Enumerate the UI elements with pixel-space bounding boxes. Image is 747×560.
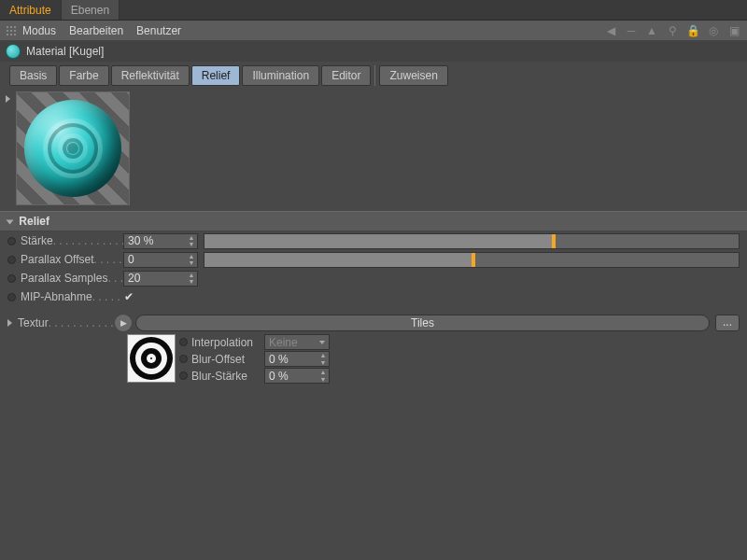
- label-parallax-offset: Parallax Offset: [21, 253, 123, 266]
- anim-dot[interactable]: [7, 256, 16, 264]
- ctab-reflekt[interactable]: Reflektivität: [111, 65, 190, 86]
- slider-staerke[interactable]: [204, 233, 740, 249]
- input-blur-offset[interactable]: 0 % ▲▼: [264, 351, 330, 367]
- disclosure-right-icon[interactable]: [7, 319, 12, 327]
- grip-icon[interactable]: [6, 25, 17, 36]
- history-prev-icon[interactable]: ◀: [603, 23, 618, 38]
- label-mip-abnahme: MIP-Abnahme: [21, 290, 123, 303]
- spinner-icon[interactable]: ▲▼: [186, 253, 197, 267]
- spinner-icon[interactable]: ▲▼: [186, 234, 197, 248]
- anim-dot[interactable]: [7, 293, 16, 301]
- channel-tabs: Basis Farbe Reflektivität Relief Illumin…: [0, 62, 747, 90]
- label-blur-offset: Blur-Offset: [191, 353, 264, 366]
- ctab-basis[interactable]: Basis: [9, 65, 57, 86]
- anim-dot[interactable]: [179, 355, 188, 363]
- texture-swatch[interactable]: [127, 334, 176, 383]
- menu-bar: Modus Bearbeiten Benutzer ◀ ─ ▲ ⚲ 🔒 ◎ ▣: [0, 21, 747, 41]
- target-icon[interactable]: ◎: [706, 23, 721, 38]
- input-parallax-samples[interactable]: 20 ▲▼: [123, 271, 198, 287]
- value-parallax-samples: 20: [128, 272, 140, 285]
- value-staerke: 30 %: [128, 234, 153, 247]
- disclosure-down-icon: [7, 219, 14, 224]
- label-textur: Textur: [18, 316, 115, 329]
- label-staerke: Stärke: [21, 234, 123, 247]
- history-up-icon[interactable]: ▲: [644, 23, 659, 38]
- material-preview[interactable]: [16, 91, 130, 205]
- menu-benutzer[interactable]: Benutzer: [136, 24, 181, 37]
- spinner-icon[interactable]: ▲▼: [317, 369, 329, 383]
- lock-icon[interactable]: 🔒: [685, 23, 700, 38]
- preview-disclosure-icon[interactable]: [6, 95, 10, 103]
- tab-ebenen[interactable]: Ebenen: [62, 0, 120, 20]
- label-interpolation: Interpolation: [191, 336, 264, 349]
- ctab-farbe[interactable]: Farbe: [59, 65, 108, 86]
- value-interpolation: Keine: [269, 336, 298, 349]
- top-tab-strip: Attribute Ebenen: [0, 0, 747, 21]
- param-textur: Textur ▶ Tiles ...: [0, 314, 747, 332]
- param-mip-abnahme: MIP-Abnahme ✔: [0, 287, 747, 306]
- texture-subpanel: Interpolation Keine Blur-Offset 0 % ▲▼ B…: [120, 332, 747, 387]
- shader-popup-button[interactable]: ▶: [115, 315, 132, 331]
- spinner-icon[interactable]: ▲▼: [317, 352, 329, 366]
- menu-modus[interactable]: Modus: [22, 24, 56, 37]
- ctab-zuweisen[interactable]: Zuweisen: [379, 65, 447, 86]
- value-parallax-offset: 0: [128, 253, 134, 266]
- input-staerke[interactable]: 30 % ▲▼: [123, 233, 198, 249]
- anim-dot[interactable]: [179, 371, 188, 380]
- value-blur-offset: 0 %: [269, 353, 289, 366]
- checkbox-mip-abnahme[interactable]: ✔: [123, 291, 134, 302]
- input-parallax-offset[interactable]: 0 ▲▼: [123, 252, 198, 268]
- value-blur-staerke: 0 %: [269, 370, 289, 383]
- label-blur-staerke: Blur-Stärke: [191, 370, 264, 383]
- tab-divider: [374, 65, 375, 86]
- slider-parallax-offset[interactable]: [204, 252, 740, 268]
- anim-dot[interactable]: [7, 237, 16, 245]
- object-header: Material [Kugel]: [0, 41, 747, 62]
- anim-dot[interactable]: [179, 338, 188, 346]
- label-parallax-samples: Parallax Samples: [21, 272, 123, 285]
- section-relief-label: Relief: [19, 215, 49, 228]
- ctab-editor[interactable]: Editor: [321, 65, 371, 86]
- shader-name-field[interactable]: Tiles: [135, 315, 710, 331]
- history-divider-icon: ─: [624, 23, 639, 38]
- object-title: Material [Kugel]: [26, 45, 104, 58]
- param-parallax-samples: Parallax Samples 20 ▲▼: [0, 269, 747, 287]
- spinner-icon[interactable]: ▲▼: [186, 272, 197, 286]
- menu-bearbeiten[interactable]: Bearbeiten: [69, 24, 123, 37]
- param-staerke: Stärke 30 % ▲▼: [0, 231, 747, 250]
- dropdown-interpolation[interactable]: Keine: [264, 334, 330, 350]
- ctab-illumination[interactable]: Illumination: [242, 65, 319, 86]
- param-parallax-offset: Parallax Offset 0 ▲▼: [0, 250, 747, 269]
- browse-button[interactable]: ...: [715, 315, 740, 331]
- new-window-icon[interactable]: ▣: [726, 23, 741, 38]
- section-relief-heading[interactable]: Relief: [0, 211, 747, 231]
- tab-attribute[interactable]: Attribute: [0, 0, 62, 20]
- anim-dot[interactable]: [7, 274, 16, 283]
- input-blur-staerke[interactable]: 0 % ▲▼: [264, 368, 330, 384]
- ctab-relief[interactable]: Relief: [191, 65, 241, 86]
- search-icon[interactable]: ⚲: [665, 23, 680, 38]
- material-icon: [6, 44, 21, 59]
